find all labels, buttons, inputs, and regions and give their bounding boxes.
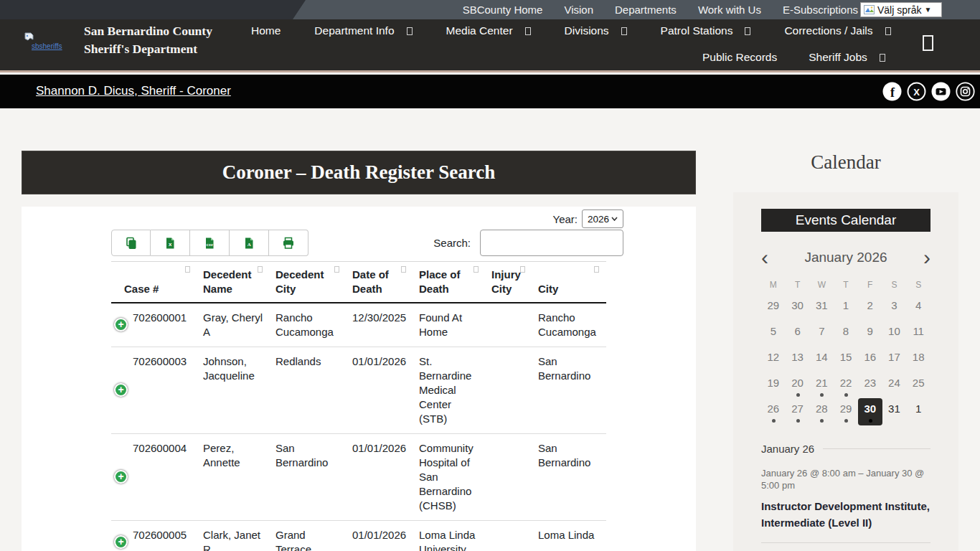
nav-item-corrections-jails[interactable]: Corrections / Jails [784,24,890,37]
weekday-label: F [858,280,882,290]
cell-death_city: San Bernardino [532,347,606,434]
calendar-day[interactable]: 10 [882,323,907,349]
expand-row-button[interactable]: + [114,535,128,549]
day-number: 8 [843,324,849,339]
column-header-city[interactable]: City [532,262,606,303]
search-input[interactable] [480,230,623,256]
calendar-day[interactable]: 27 [786,400,810,426]
calendar-day[interactable]: 2 [858,297,882,323]
expand-row-button[interactable]: + [114,383,128,397]
day-number: 10 [888,324,900,339]
calendar-day[interactable]: 13 [786,349,810,375]
cell-place: Found At Home [413,303,486,347]
instagram-link[interactable] [956,82,975,101]
day-number: 13 [791,350,804,364]
topbar-link-sbcounty-home[interactable]: SBCounty Home [463,4,543,16]
csv-export-button[interactable]: csv [190,230,230,256]
weekday-label: T [786,280,810,290]
prev-month-button[interactable]: ‹ [761,250,768,265]
calendar-day[interactable]: 24 [882,375,907,400]
nav-item-home[interactable]: Home [251,24,281,37]
calendar-day[interactable]: 25 [906,375,930,400]
calendar-day[interactable]: 14 [809,349,834,375]
topbar-link-vision[interactable]: Vision [564,4,593,16]
calendar-day[interactable]: 9 [858,323,882,349]
calendar-day[interactable]: 11 [906,323,930,349]
day-number: 30 [791,298,804,313]
calendar-day-today[interactable]: 30 [858,400,882,426]
current-month-label: January 2026 [804,250,887,265]
calendar-day[interactable]: 31 [882,400,907,426]
event-day-heading: January 26 [761,443,814,455]
topbar-link-work-with-us[interactable]: Work with Us [698,4,761,16]
nav-item-label: Department Info [314,24,394,37]
cell-place: Community Hospital of San Bernardino (CH… [413,434,486,521]
calendar-day[interactable]: 12 [761,349,786,375]
calendar-day[interactable]: 31 [809,297,834,323]
nav-item-public-records[interactable]: Public Records [702,51,777,64]
calendar-day[interactable]: 1 [834,297,858,323]
calendar-day[interactable]: 21 [809,375,834,400]
calendar-day[interactable]: 26 [761,400,786,426]
calendar-day[interactable]: 19 [761,375,786,400]
x-twitter-link[interactable]: X [907,82,926,101]
calendar-day[interactable]: 17 [882,349,907,375]
calendar-day[interactable]: 16 [858,349,882,375]
next-month-button[interactable]: › [923,250,930,265]
column-header-date-of-death[interactable]: Date of Death [347,262,413,303]
expand-row-button[interactable]: + [114,470,128,484]
excel-export-button[interactable]: x [151,230,190,256]
event-item: January 26 @ 8:00 am – January 30 @ 5:00… [761,467,930,543]
day-number: 19 [768,376,780,390]
nav-item-department-info[interactable]: Department Info [314,24,412,37]
calendar-day[interactable]: 29 [761,297,786,323]
calendar-day[interactable]: 20 [786,375,810,400]
copy-export-button[interactable] [111,230,151,256]
calendar-day[interactable]: 5 [761,323,786,349]
search-icon[interactable] [923,35,933,51]
calendar-day[interactable]: 29 [834,400,858,426]
calendar-day[interactable]: 4 [906,297,930,323]
case-number: 702600004 [133,442,187,454]
topbar-link-departments[interactable]: Departments [615,4,677,16]
language-select[interactable]: Välj språk ▼ [860,2,942,17]
calendar-day[interactable]: 1 [906,400,930,426]
calendar-day[interactable]: 15 [834,349,858,375]
day-number: 14 [816,350,828,364]
day-number: 22 [840,376,852,390]
calendar-day[interactable]: 30 [786,297,810,323]
topbar-link-e-subscriptions[interactable]: E-Subscriptions [783,4,858,16]
department-logo[interactable]: sbsheriffs [24,32,76,55]
youtube-link[interactable] [931,82,951,101]
calendar-day[interactable]: 23 [858,375,882,400]
chevron-down-icon [611,217,618,221]
calendar-day[interactable]: 7 [809,323,834,349]
nav-item-divisions[interactable]: Divisions [565,24,627,37]
calendar-day[interactable]: 28 [809,400,834,426]
cell-date: 01/01/2026 [347,434,413,521]
expand-row-button[interactable]: + [114,318,128,331]
weekday-label: S [882,280,907,290]
print-export-button[interactable] [269,230,308,256]
calendar-day[interactable]: 3 [882,297,907,323]
nav-item-patrol-stations[interactable]: Patrol Stations [661,24,751,37]
breadcrumb[interactable]: Shannon D. Dicus, Sheriff - Coroner [36,84,231,98]
nav-item-label: Patrol Stations [661,24,733,37]
case-number: 702600001 [133,311,187,324]
column-header-case[interactable]: Case # [111,262,197,303]
calendar-day[interactable]: 18 [906,349,930,375]
column-header-decedent-name[interactable]: Decedent Name [197,262,270,303]
calendar-day[interactable]: 22 [834,375,858,400]
facebook-link[interactable]: f [882,82,902,101]
event-title[interactable]: Instructor Development Institute, Interm… [761,498,930,531]
pdf-export-button[interactable]: A [230,230,269,256]
nav-item-sheriff-jobs[interactable]: Sheriff Jobs [809,51,885,64]
calendar-day[interactable]: 6 [786,323,810,349]
column-header-place-of-death[interactable]: Place of Death [413,262,486,303]
nav-item-media-center[interactable]: Media Center [446,24,531,37]
calendar-day[interactable]: 8 [834,323,858,349]
column-header-injury-city[interactable]: Injury City [486,262,532,303]
column-header-decedent-city[interactable]: Decedent City [270,262,347,303]
year-select[interactable]: 2026 [582,209,623,228]
x-twitter-icon: X [907,82,926,101]
